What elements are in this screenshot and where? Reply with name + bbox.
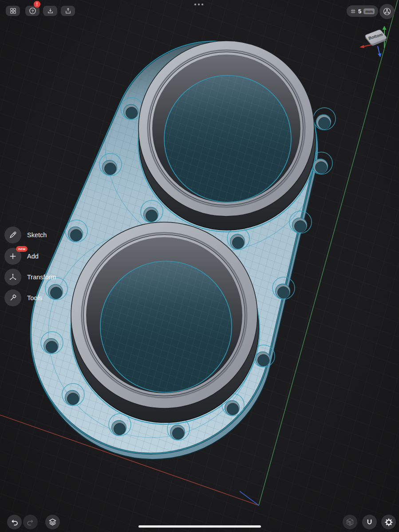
home-indicator[interactable] xyxy=(138,525,261,528)
redo-button[interactable] xyxy=(23,515,38,529)
orbit-gizmo-button[interactable] xyxy=(379,4,395,19)
menu-item-sketch[interactable]: Sketch xyxy=(4,227,47,243)
magnet-snap-icon xyxy=(365,518,374,526)
layers-button[interactable] xyxy=(45,515,60,529)
app-window: Bottom ? ! 5 mm Sketch Add new xyxy=(0,0,399,532)
import-button[interactable] xyxy=(43,6,57,16)
grid-step-icon xyxy=(350,8,356,14)
section-box-icon xyxy=(346,518,354,526)
svg-text:?: ? xyxy=(31,9,34,13)
grid-step-value: 5 xyxy=(358,8,361,15)
section-view-button[interactable] xyxy=(343,515,357,529)
settings-gear-icon xyxy=(384,518,393,527)
export-icon xyxy=(65,8,71,14)
help-alert-badge: ! xyxy=(34,1,40,8)
plus-icon xyxy=(8,252,17,261)
undo-icon xyxy=(10,518,19,526)
projects-button[interactable] xyxy=(6,6,20,16)
settings-button[interactable] xyxy=(381,515,396,529)
move-axes-icon xyxy=(8,273,17,282)
menu-label-add: Add xyxy=(27,253,39,260)
import-icon xyxy=(47,8,54,14)
menu-item-tools[interactable]: Tools xyxy=(4,289,42,306)
menu-label-tools: Tools xyxy=(27,294,42,301)
multitasking-indicator[interactable] xyxy=(194,4,203,5)
viewport-canvas[interactable]: Bottom xyxy=(0,0,399,532)
hammer-icon xyxy=(8,293,17,302)
grid-step-button[interactable]: 5 mm xyxy=(347,5,378,17)
grid-step-unit: mm xyxy=(363,8,375,14)
help-icon: ? xyxy=(29,7,36,15)
undo-button[interactable] xyxy=(7,515,22,529)
menu-label-sketch: Sketch xyxy=(27,231,47,239)
pencil-icon xyxy=(8,231,17,239)
new-feature-badge: new xyxy=(16,246,28,252)
menu-item-transform[interactable]: Transform xyxy=(4,269,56,286)
projects-grid-icon xyxy=(10,8,16,14)
export-button[interactable] xyxy=(61,6,75,16)
layers-icon xyxy=(48,518,57,526)
snap-button[interactable] xyxy=(362,515,377,529)
menu-label-transform: Transform xyxy=(27,274,56,281)
redo-icon xyxy=(26,518,35,526)
orbit-gizmo-icon xyxy=(383,7,391,16)
